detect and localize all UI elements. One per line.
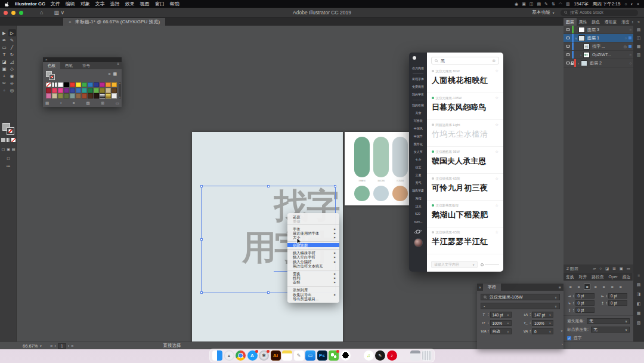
collapse-panels-icon[interactable]: « [637,20,640,24]
list-view-icon[interactable]: ≡ [108,72,110,76]
color-swatch[interactable] [94,82,99,87]
favorite-star-icon[interactable]: ☆ [495,122,499,127]
update-icon[interactable]: ⇅ [552,2,555,7]
app-store[interactable]: A [247,350,258,361]
zoom-level-select[interactable]: 66.67%∨ [23,343,42,349]
blend-tool[interactable]: ∞ [8,79,16,87]
last-artboard-button[interactable]: » [71,343,73,349]
panel-icon[interactable]: ≡ [637,273,640,278]
new-layer-icon[interactable]: ▣ [620,266,623,271]
font-category[interactable]: 综艺 [415,164,421,171]
qq[interactable] [340,350,351,361]
stepper[interactable]: ▴▾ [606,294,608,298]
font-category[interactable]: 女人节 [413,149,422,156]
layer-target-icon[interactable]: ○ [629,53,631,57]
close-tab-icon[interactable]: × [69,19,72,24]
color-swatch[interactable] [52,82,57,87]
color-swatch[interactable] [106,82,111,87]
draw-inside-button[interactable]: ▤ [11,147,16,151]
ligature-checkbox[interactable]: ✓ [567,336,571,340]
context-menu-item[interactable]: 最近使用的字体 ▶ [287,231,339,235]
swatches-panel-header[interactable]: × [43,57,122,62]
gradient-mode-button[interactable] [7,138,11,142]
panel-menu-icon[interactable]: ≡ [117,62,119,69]
color-swatch[interactable] [70,82,75,87]
panel-tab[interactable]: 图层 [564,18,577,26]
font-category[interactable]: 美食 [415,110,421,117]
context-menu-item[interactable] [287,241,339,242]
font-category[interactable]: 秀气 [415,180,421,187]
context-menu-item[interactable]: 变换 ▶ [287,272,339,276]
left-indent-field[interactable]: ⇥ ▴▾ 0 pt [567,293,597,299]
font-category[interactable]: 七夕 [415,156,421,164]
context-menu-item[interactable] [287,249,339,250]
separator[interactable] [352,350,362,361]
justify-right-button[interactable]: ≡ [609,284,615,290]
layer-target-icon[interactable]: ○ [624,36,627,40]
keynote[interactable]: ▭ [305,350,315,361]
stepper[interactable]: ▴▾ [573,309,574,312]
context-menu-item[interactable]: 字体 ▶ [287,227,339,231]
swatches-panel-tab[interactable]: 符号 [78,62,95,69]
space-after-field[interactable]: ↧ ▴▾ 0 pt [567,307,597,313]
keyboard-icon[interactable]: ▤ [537,2,541,7]
clear-search-icon[interactable]: ⊗ [492,59,496,63]
color-swatch[interactable] [46,82,51,87]
context-menu-item[interactable]: 还原 [287,215,339,219]
chrome[interactable] [236,350,246,361]
leading-field[interactable]: ↕A ▴▾ 147 pt∨ [523,312,561,318]
layer-target-icon[interactable]: ○ [629,61,631,65]
field-value[interactable]: 0 pt [575,293,595,299]
kinsoku-select[interactable]: 无∨ [587,318,630,324]
close-panel-icon[interactable]: × [477,285,483,290]
layer-visibility-icon[interactable] [566,53,570,56]
fill-stroke-widget[interactable] [2,123,14,135]
font-category[interactable]: 汉呈 [415,203,421,210]
stepper[interactable]: ▴▾ [530,321,531,325]
layer-row[interactable]: › 图层 2 ○ [564,59,633,67]
panel-icon[interactable]: ▧ [637,321,641,325]
shaper-tool[interactable]: ▣ [1,65,8,72]
panel-tab[interactable]: 颜色 [589,18,602,26]
qq-music[interactable]: ♫ [364,350,374,361]
collect-for-export-icon[interactable]: ▱ [593,266,596,271]
new-color-group-icon[interactable]: ▧ [86,101,90,106]
selection-handle[interactable] [267,185,270,187]
favorite-star-icon[interactable]: ☆ [495,69,499,73]
menubar-menu-item[interactable]: 选择 [110,1,120,7]
panel-tab[interactable]: 属性 [577,18,590,26]
stepper[interactable]: ▴▾ [573,294,574,298]
selection-handle[interactable] [200,238,203,241]
color-swatch[interactable] [58,82,63,87]
panel-expand-icon[interactable]: › [562,342,563,346]
font-category[interactable]: 发现字体 [412,76,424,83]
mojikumi-select[interactable]: 无∨ [591,327,630,333]
field-value[interactable]: 100%∨ [490,320,512,326]
system-preferences[interactable]: ✱ [259,350,269,361]
next-artboard-button[interactable]: › [68,343,70,349]
draw-behind-button[interactable]: ▣ [7,147,11,151]
free-transform-tool[interactable]: + [1,72,8,79]
color-swatch[interactable] [112,88,117,93]
finder[interactable] [212,350,222,361]
palette-pill[interactable] [373,137,389,177]
stepper[interactable]: ▴▾ [488,313,489,316]
context-menu-item[interactable]: 添加到库 [287,288,339,292]
panel-tab[interactable]: 路径查 [589,273,606,281]
font-preview-text[interactable]: 人面桃花相映红 [432,75,499,86]
first-artboard-button[interactable]: « [50,343,52,349]
font-result-item[interactable]: 汉仪铁线黑-65简 ☆ 半江瑟瑟半江红 [427,227,503,254]
record-icon[interactable]: ◉ [515,2,518,7]
color-swatch[interactable] [88,82,93,87]
none-mode-button[interactable] [11,138,16,142]
ime-icon[interactable]: ▣ [522,2,526,7]
panel-tab[interactable]: 对齐 [577,273,590,281]
palette-pill[interactable] [392,137,408,177]
field-value[interactable]: 147 pt∨ [532,312,553,318]
rotate-tool[interactable]: ↻ [8,51,16,58]
pen-app[interactable]: ✎ [375,350,385,361]
color-swatch[interactable] [82,93,87,98]
field-value[interactable]: 0 pt [575,300,595,306]
justify-center-button[interactable]: ≡ [600,284,607,290]
color-swatch[interactable] [82,82,87,87]
